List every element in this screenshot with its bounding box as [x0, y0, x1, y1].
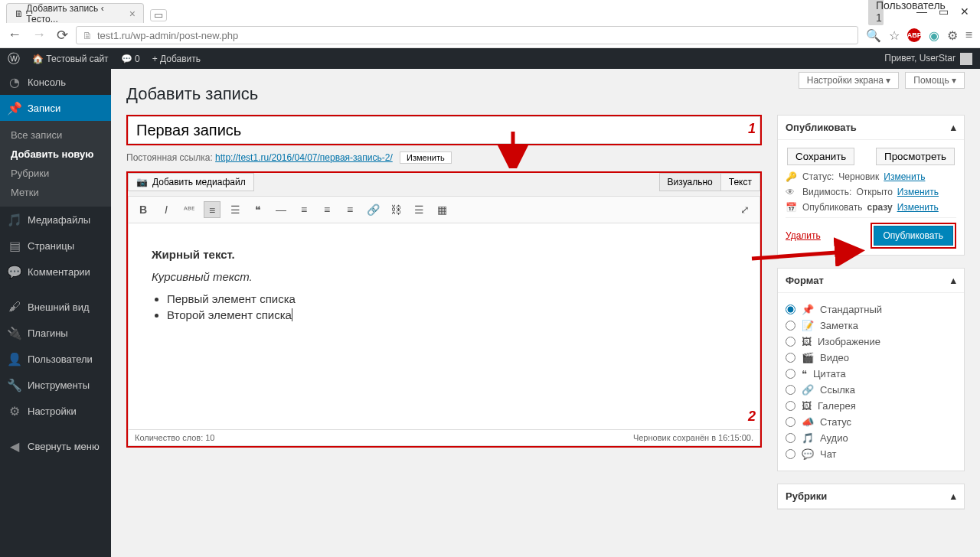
wordpress-logo-icon[interactable]: ⓦ — [8, 51, 20, 67]
nav-forward-icon[interactable]: → — [32, 27, 46, 44]
bookmark-icon[interactable]: ☆ — [889, 28, 900, 43]
content-area: Настройки экрана ▾ Помощь ▾ Добавить зап… — [111, 69, 980, 70]
nav-reload-icon[interactable]: ⟳ — [57, 27, 68, 44]
admin-sidebar: ◔Консоль 📌Записи Все записи Добавить нов… — [0, 69, 111, 70]
tab-favicon: 🗎 — [15, 8, 24, 19]
menu-icon[interactable]: ≡ — [965, 28, 972, 42]
wp-adminbar: ⓦ 🏠 Тестовый сайт 💬 0 + Добавить Привет,… — [0, 48, 980, 70]
sidebar-item-dashboard[interactable]: ◔Консоль — [0, 69, 111, 70]
extension-icon[interactable]: ◉ — [929, 28, 939, 43]
browser-tab[interactable]: 🗎 Добавить запись ‹ Тесто... × — [6, 3, 144, 23]
new-tab-button[interactable]: ▭ — [150, 9, 167, 21]
window-close-icon[interactable]: ✕ — [959, 5, 971, 18]
address-bar: ← → ⟳ 🗎 test1.ru/wp-admin/post-new.php 🔍… — [0, 23, 980, 47]
adminbar-comments[interactable]: 💬 0 — [121, 54, 140, 64]
nav-back-icon[interactable]: ← — [8, 27, 21, 44]
tab-title: Добавить запись ‹ Тесто... — [26, 3, 122, 24]
search-icon[interactable]: 🔍 — [866, 28, 881, 43]
url-input[interactable]: 🗎 test1.ru/wp-admin/post-new.php — [76, 26, 858, 44]
user-badge[interactable]: Пользователь 1 — [868, 0, 884, 25]
adminbar-site-link[interactable]: 🏠 Тестовый сайт — [32, 54, 109, 64]
window-minimize-icon[interactable]: — — [916, 5, 928, 18]
adminbar-greeting[interactable]: Привет, UserStar — [884, 53, 972, 65]
avatar-icon — [960, 53, 972, 65]
adminbar-add-new[interactable]: + Добавить — [152, 54, 201, 64]
tab-close-icon[interactable]: × — [129, 8, 136, 20]
settings-icon[interactable]: ⚙ — [947, 28, 958, 43]
site-info-icon[interactable]: 🗎 — [83, 30, 93, 41]
adblock-icon[interactable]: ABP — [907, 28, 921, 42]
tab-strip: 🗎 Добавить запись ‹ Тесто... × ▭ Пользов… — [0, 0, 980, 23]
window-maximize-icon[interactable]: ▭ — [937, 5, 949, 18]
url-text: test1.ru/wp-admin/post-new.php — [97, 30, 238, 41]
browser-chrome: 🗎 Добавить запись ‹ Тесто... × ▭ Пользов… — [0, 0, 980, 48]
